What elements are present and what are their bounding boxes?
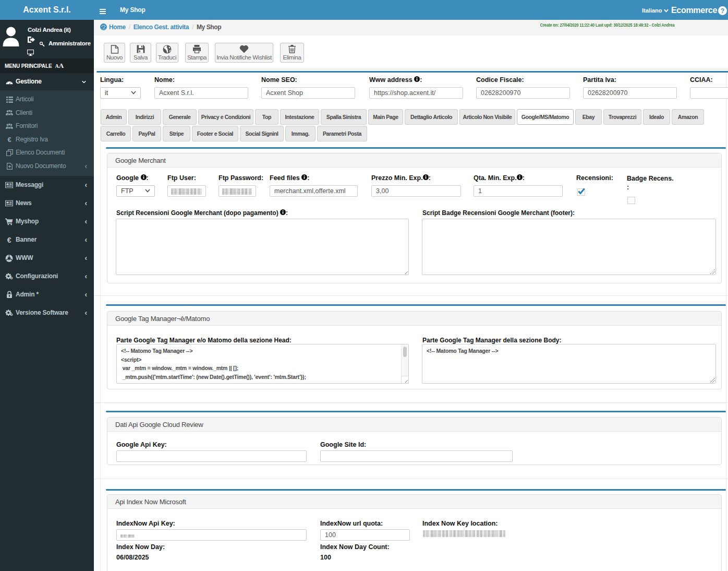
svg-text:?: ? bbox=[721, 7, 724, 15]
